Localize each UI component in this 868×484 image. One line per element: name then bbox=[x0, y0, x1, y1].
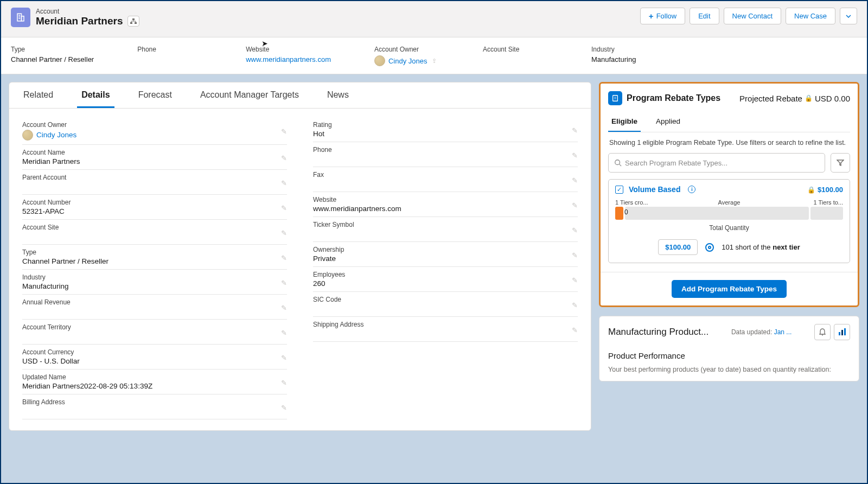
rebate-tab-eligible[interactable]: Eligible bbox=[608, 113, 641, 132]
detail-field: Account Site✎ bbox=[22, 221, 287, 245]
info-icon[interactable]: i bbox=[688, 186, 695, 193]
edit-field-icon[interactable]: ✎ bbox=[281, 128, 287, 136]
detail-field: Account CurrencyUSD - U.S. Dollar✎ bbox=[22, 346, 287, 370]
detail-field: Parent Account✎ bbox=[22, 171, 287, 195]
data-updated-link[interactable]: Jan ... bbox=[774, 328, 792, 336]
filter-button[interactable] bbox=[831, 153, 850, 173]
edit-field-icon[interactable]: ✎ bbox=[281, 154, 287, 162]
account-name: Meridian Partners bbox=[36, 15, 139, 27]
edit-field-icon[interactable]: ✎ bbox=[281, 403, 287, 411]
edit-field-icon[interactable]: ✎ bbox=[572, 176, 578, 184]
field-label: Account Owner bbox=[374, 46, 439, 53]
rebate-item-name[interactable]: Volume Based bbox=[629, 185, 680, 194]
edit-field-icon[interactable]: ✎ bbox=[572, 126, 578, 134]
edit-field-icon[interactable]: ✎ bbox=[281, 303, 287, 311]
detail-field: Account Territory✎ bbox=[22, 321, 287, 345]
owner-link[interactable]: Cindy Jones bbox=[36, 131, 76, 139]
edit-field-icon[interactable]: ✎ bbox=[281, 378, 287, 386]
new-contact-button[interactable]: New Contact bbox=[724, 8, 781, 24]
search-icon bbox=[614, 159, 622, 167]
edit-field-icon[interactable]: ✎ bbox=[281, 278, 287, 286]
edit-field-icon[interactable]: ✎ bbox=[572, 151, 578, 159]
edit-field-icon[interactable]: ✎ bbox=[281, 228, 287, 237]
svg-point-11 bbox=[615, 160, 620, 165]
field-label: Website bbox=[246, 46, 331, 53]
svg-line-12 bbox=[620, 164, 622, 167]
detail-field: Ticker Symbol✎ bbox=[313, 218, 578, 242]
field-label: Account Site bbox=[483, 46, 548, 53]
field-value[interactable]: www.meridianpartners.com bbox=[313, 205, 578, 213]
edit-field-icon[interactable]: ✎ bbox=[572, 226, 578, 234]
lock-icon: 🔒 bbox=[807, 186, 815, 194]
progress-segment-average bbox=[625, 207, 809, 220]
plus-icon: + bbox=[649, 12, 654, 20]
website-link[interactable]: www.meridianpartners.com bbox=[246, 55, 331, 63]
svg-rect-5 bbox=[132, 18, 135, 20]
change-owner-icon[interactable]: ⇪ bbox=[432, 58, 437, 65]
detail-field: Shipping Address✎ bbox=[313, 318, 578, 342]
edit-field-icon[interactable]: ✎ bbox=[281, 253, 287, 262]
svg-point-13 bbox=[822, 335, 823, 336]
detail-field: OwnershipPrivate✎ bbox=[313, 243, 578, 267]
field-label: Updated Name bbox=[22, 373, 287, 381]
chart-button[interactable] bbox=[834, 324, 850, 340]
edit-button[interactable]: Edit bbox=[690, 8, 719, 24]
highlight-panel: Type Channel Partner / Reseller Phone We… bbox=[1, 37, 867, 74]
detail-field: Annual Revenue✎ bbox=[22, 296, 287, 320]
notification-button[interactable] bbox=[814, 324, 831, 340]
hierarchy-button[interactable] bbox=[127, 16, 139, 27]
field-label: Website bbox=[313, 196, 578, 203]
tab-details[interactable]: Details bbox=[77, 82, 114, 108]
tier-amount-button[interactable]: $100.00 bbox=[658, 239, 698, 255]
tab-related[interactable]: Related bbox=[19, 82, 58, 108]
field-label: Account Name bbox=[22, 149, 287, 156]
edit-field-icon[interactable]: ✎ bbox=[572, 276, 578, 284]
field-label: Annual Revenue bbox=[22, 298, 287, 306]
rebate-search-input[interactable] bbox=[625, 159, 819, 167]
new-case-button[interactable]: New Case bbox=[786, 8, 835, 24]
rebate-item-checkbox[interactable]: ✓ bbox=[615, 186, 623, 194]
edit-field-icon[interactable]: ✎ bbox=[572, 251, 578, 259]
bell-icon bbox=[818, 328, 827, 336]
target-icon bbox=[705, 243, 714, 252]
edit-field-icon[interactable]: ✎ bbox=[281, 328, 287, 336]
bar-chart-icon bbox=[838, 328, 846, 336]
edit-field-icon[interactable]: ✎ bbox=[572, 301, 578, 309]
field-label: Account Number bbox=[22, 199, 287, 206]
detail-field: Account Number52321-APAC✎ bbox=[22, 196, 287, 220]
tab-forecast[interactable]: Forecast bbox=[134, 82, 176, 108]
rebate-search[interactable] bbox=[608, 153, 825, 173]
field-label: Rating bbox=[313, 121, 578, 129]
detail-field: Websitewww.meridianpartners.com✎ bbox=[313, 193, 578, 217]
more-actions-button[interactable] bbox=[840, 8, 857, 24]
edit-field-icon[interactable]: ✎ bbox=[281, 179, 287, 187]
edit-field-icon[interactable]: ✎ bbox=[281, 353, 287, 361]
total-quantity-label: Total Quantity bbox=[615, 224, 843, 232]
tab-account-manager-targets[interactable]: Account Manager Targets bbox=[196, 82, 303, 108]
detail-field: Phone✎ bbox=[313, 143, 578, 167]
add-rebate-types-button[interactable]: Add Program Rebate Types bbox=[672, 280, 787, 298]
field-label: Account Site bbox=[22, 224, 287, 231]
field-label: Phone bbox=[313, 146, 578, 154]
edit-field-icon[interactable]: ✎ bbox=[572, 326, 578, 334]
owner-link[interactable]: Cindy Jones bbox=[388, 57, 427, 65]
follow-button[interactable]: +Follow bbox=[640, 8, 685, 24]
field-value: Channel Partner / Reseller bbox=[11, 55, 94, 63]
record-tabs: RelatedDetailsForecastAccount Manager Ta… bbox=[9, 82, 591, 109]
detail-field: Account NameMeridian Partners✎ bbox=[22, 146, 287, 170]
product-card-title: Manufacturing Product... bbox=[608, 327, 709, 337]
detail-field: Account OwnerCindy Jones✎ bbox=[22, 118, 287, 145]
field-value[interactable]: Cindy Jones bbox=[22, 130, 287, 141]
rebate-tab-applied[interactable]: Applied bbox=[653, 113, 684, 132]
rebate-title: Program Rebate Types bbox=[627, 93, 720, 103]
tier-short-text: 101 short of the next tier bbox=[722, 243, 800, 251]
edit-field-icon[interactable]: ✎ bbox=[281, 203, 287, 212]
field-value: USD - U.S. Dollar bbox=[22, 357, 287, 365]
product-performance-card: Manufacturing Product... Data updated: J… bbox=[599, 316, 859, 381]
tab-news[interactable]: News bbox=[323, 82, 353, 108]
field-label: Shipping Address bbox=[313, 321, 578, 328]
edit-field-icon[interactable]: ✎ bbox=[572, 201, 578, 209]
rebate-description: Showing 1 eligible Program Rebate Type. … bbox=[608, 132, 850, 153]
field-label: Industry bbox=[22, 273, 287, 281]
field-label: Parent Account bbox=[22, 174, 287, 181]
